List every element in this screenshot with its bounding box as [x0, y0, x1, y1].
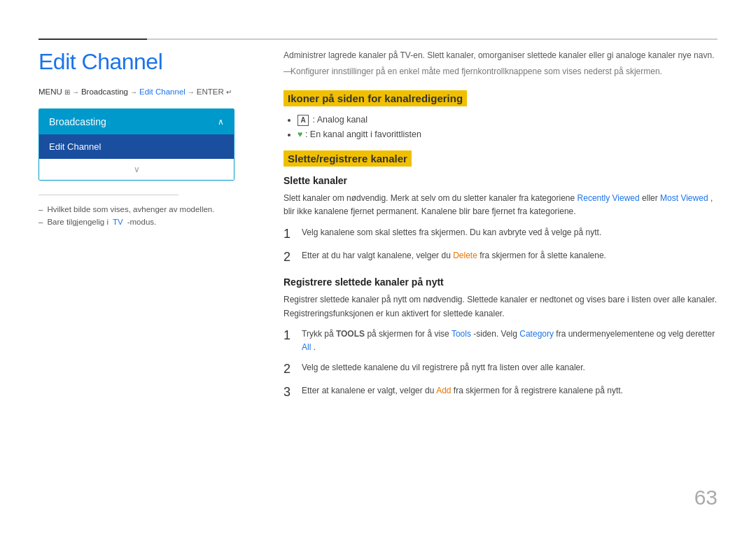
registrere-step1-text: Trykk på TOOLS på skjermen for å vise To…: [302, 328, 718, 354]
right-panel: Administrer lagrede kanaler på TV-en. Sl…: [284, 49, 718, 506]
menu-chevron-down-icon: ∨: [134, 164, 140, 174]
note-2-suffix: -modus.: [127, 218, 157, 226]
breadcrumb: MENU ⊞ → Broadcasting → Edit Channel → E…: [38, 87, 255, 96]
registrere-step-1: 1 Trykk på TOOLS på skjermen for å vise …: [284, 328, 718, 354]
breadcrumb-menu: MENU: [38, 87, 62, 96]
registrere-step-3: 3 Etter at kanalene er valgt, velger du …: [284, 384, 718, 400]
registrere-step2-text: Velg de slettede kanalene du vil registr…: [302, 361, 718, 374]
bullet-favorite-text: : En kanal angitt i favorittlisten: [305, 129, 421, 139]
registrere-intro: Registrer slettede kanaler på nytt om nø…: [284, 293, 718, 320]
intro-main: Administrer lagrede kanaler på TV-en. Sl…: [284, 49, 718, 62]
menu-box: Broadcasting ∧ Edit Channel ∨: [38, 108, 234, 181]
note-2-prefix: Bare tilgjengelig i: [47, 218, 108, 226]
tools-link: Tools: [451, 329, 471, 339]
menu-header: Broadcasting ∧: [39, 109, 234, 134]
bullet-list: A : Analog kanal ♥ : En kanal angitt i f…: [298, 115, 718, 139]
section-icons: Ikoner på siden for kanalredigering A : …: [284, 90, 718, 139]
section-delete-register: Slette/registrere kanaler Slette kanaler…: [284, 150, 718, 401]
menu-header-label: Broadcasting: [49, 116, 106, 127]
slette-step2-text: Etter at du har valgt kanalene, velger d…: [302, 249, 718, 262]
registrere-title: Registrere slettede kanaler på nytt: [284, 276, 718, 288]
all-link: All: [302, 342, 311, 352]
slette-kanaler: Slette kanaler Slett kanaler om nødvendi…: [284, 175, 718, 265]
delete-link: Delete: [453, 251, 477, 260]
breadcrumb-enter: ENTER: [197, 87, 224, 96]
menu-chevron-up-icon: ∧: [218, 117, 224, 127]
note-1: – Hvilket bilde som vises, avhenger av m…: [38, 205, 255, 213]
breadcrumb-arrow-3: →: [188, 88, 195, 96]
menu-item-edit-channel[interactable]: Edit Channel: [39, 134, 234, 159]
analog-icon: A: [298, 115, 309, 126]
page-title: Edit Channel: [38, 49, 255, 75]
most-viewed-link: Most Viewed: [660, 193, 708, 203]
add-link: Add: [436, 386, 451, 395]
divider-line: [38, 195, 178, 195]
slette-title: Slette kanaler: [284, 175, 718, 186]
note-2: – Bare tilgjengelig i TV -modus.: [38, 218, 255, 226]
registrere-kanaler: Registrere slettede kanaler på nytt Regi…: [284, 276, 718, 401]
registrere-step3-text: Etter at kanalene er valgt, velger du Ad…: [302, 384, 718, 398]
slette-intro: Slett kanaler om nødvendig. Merk at selv…: [284, 192, 718, 218]
breadcrumb-edit-channel: Edit Channel: [139, 87, 186, 96]
breadcrumb-menu-icon: ⊞: [64, 88, 70, 96]
section1-heading: Ikoner på siden for kanalredigering: [284, 90, 467, 106]
bullet-analog-text: : Analog kanal: [312, 115, 368, 125]
slette-step1-text: Velg kanalene som skal slettes fra skjer…: [302, 226, 718, 239]
page-number: 63: [694, 486, 718, 510]
intro-sub: Konfigurer innstillinger på en enkel måt…: [284, 65, 718, 78]
slette-step-1: 1 Velg kanalene som skal slettes fra skj…: [284, 226, 718, 242]
top-rule-accent: [38, 38, 147, 40]
section2-heading: Slette/registrere kanaler: [284, 150, 412, 167]
tools-text: TOOLS: [336, 329, 365, 339]
heart-icon: ♥: [298, 129, 302, 139]
breadcrumb-arrow-1: →: [72, 88, 79, 96]
slette-step-2: 2 Etter at du har valgt kanalene, velger…: [284, 249, 718, 265]
note-2-tv: TV: [113, 218, 123, 226]
breadcrumb-enter-icon: ↵: [226, 88, 232, 96]
menu-footer: ∨: [39, 159, 234, 180]
breadcrumb-broadcasting: Broadcasting: [81, 87, 128, 96]
note-1-text: Hvilket bilde som vises, avhenger av mod…: [47, 205, 214, 213]
bullet-favorite: ♥ : En kanal angitt i favorittlisten: [298, 129, 718, 139]
category-link: Category: [519, 329, 554, 339]
bullet-analog: A : Analog kanal: [298, 115, 718, 126]
registrere-step-2: 2 Velg de slettede kanalene du vil regis…: [284, 361, 718, 377]
breadcrumb-arrow-2: →: [130, 88, 137, 96]
left-panel: Edit Channel MENU ⊞ → Broadcasting → Edi…: [38, 49, 255, 506]
recently-viewed-link: Recently Viewed: [578, 193, 640, 203]
